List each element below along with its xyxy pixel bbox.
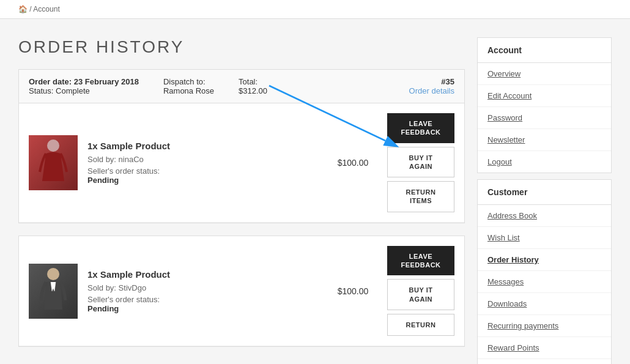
product-status-label-1: Seller's order status: bbox=[87, 166, 319, 176]
product-status-value-2: Pending bbox=[87, 304, 319, 313]
product-name-2: 1x Sample Product bbox=[87, 269, 319, 280]
order-card-1: Order date: 23 February 2018 Status: Com… bbox=[18, 69, 465, 223]
breadcrumb: 🏠 / Account bbox=[0, 0, 630, 19]
breadcrumb-current: Account bbox=[33, 5, 59, 13]
product-seller-2: Sold by: StivDgo bbox=[87, 283, 319, 292]
product-price-1: $100.00 bbox=[328, 158, 377, 168]
product-image-svg-2 bbox=[35, 267, 72, 316]
product-image-2 bbox=[29, 264, 78, 319]
product-status-label-2: Seller's order status: bbox=[87, 295, 319, 304]
sidebar: Account Overview Edit Account Password N… bbox=[477, 37, 612, 364]
sidebar-item-recurring-payments[interactable]: Recurring payments bbox=[478, 315, 611, 337]
return-items-button-1[interactable]: RETURNITEMS bbox=[387, 181, 454, 212]
product-image-svg-1 bbox=[35, 138, 72, 187]
sidebar-item-edit-account[interactable]: Edit Account bbox=[478, 85, 611, 107]
order-header-1: Order date: 23 February 2018 Status: Com… bbox=[19, 70, 464, 103]
page-title: ORDER HISTORY bbox=[18, 37, 465, 57]
action-buttons-1: LEAVEFEEDBACK BUY ITAGAIN RETURNITEMS bbox=[387, 113, 454, 212]
sidebar-customer-title: Customer bbox=[478, 180, 611, 205]
leave-feedback-button-1[interactable]: LEAVEFEEDBACK bbox=[387, 113, 454, 143]
buy-again-button-2[interactable]: BUY ITAGAIN bbox=[387, 279, 454, 310]
order-date-field: Order date: 23 February 2018 Status: Com… bbox=[29, 77, 139, 95]
main-container: ORDER HISTORY Order date: 23 February 20… bbox=[0, 19, 630, 364]
product-image-1 bbox=[29, 135, 78, 190]
product-status-value-1: Pending bbox=[87, 176, 319, 185]
sidebar-item-newsletter[interactable]: Newsletter bbox=[478, 129, 611, 151]
total-field: Total: $312.00 bbox=[239, 77, 267, 95]
home-icon[interactable]: 🏠 bbox=[18, 5, 28, 13]
sidebar-account-title: Account bbox=[478, 38, 611, 63]
sidebar-item-reward-points[interactable]: Reward Points bbox=[478, 337, 611, 359]
sidebar-item-wish-list[interactable]: Wish List bbox=[478, 227, 611, 249]
dispatch-field: Dispatch to: Ramona Rose bbox=[163, 77, 214, 95]
sidebar-item-returns[interactable]: Returns bbox=[478, 359, 611, 364]
breadcrumb-separator: / bbox=[29, 5, 31, 13]
svg-point-1 bbox=[47, 268, 59, 280]
leave-feedback-button-2[interactable]: LEAVEFEEDBACK bbox=[387, 246, 454, 276]
order-date-label: Order date: 23 February 2018 bbox=[29, 77, 139, 86]
content-area: ORDER HISTORY Order date: 23 February 20… bbox=[18, 37, 465, 364]
order-header-right: #35 Order details bbox=[409, 77, 454, 95]
product-seller-1: Sold by: ninaCo bbox=[87, 155, 319, 164]
sidebar-item-order-history[interactable]: Order History bbox=[478, 249, 611, 271]
product-price-2: $100.00 bbox=[328, 286, 377, 296]
svg-point-0 bbox=[47, 139, 59, 152]
sidebar-item-address-book[interactable]: Address Book bbox=[478, 205, 611, 227]
order-item-2: 1x Sample Product Sold by: StivDgo Selle… bbox=[19, 236, 464, 346]
product-name-1: 1x Sample Product bbox=[87, 141, 319, 151]
buy-again-button-1[interactable]: BUY ITAGAIN bbox=[387, 147, 454, 178]
return-items-button-2[interactable]: RETURN bbox=[387, 314, 454, 336]
action-buttons-2: LEAVEFEEDBACK BUY ITAGAIN RETURN bbox=[387, 246, 454, 336]
order-number: #35 bbox=[409, 77, 454, 86]
sidebar-item-downloads[interactable]: Downloads bbox=[478, 293, 611, 315]
order-status: Status: Complete bbox=[29, 86, 90, 95]
product-details-1: 1x Sample Product Sold by: ninaCo Seller… bbox=[87, 141, 319, 185]
order-card-2: 1x Sample Product Sold by: StivDgo Selle… bbox=[18, 236, 465, 347]
order-item-1: 1x Sample Product Sold by: ninaCo Seller… bbox=[19, 103, 464, 223]
order-details-link[interactable]: Order details bbox=[409, 86, 454, 95]
sidebar-customer-section: Customer Address Book Wish List Order Hi… bbox=[477, 179, 612, 364]
sidebar-account-section: Account Overview Edit Account Password N… bbox=[477, 37, 612, 173]
sidebar-item-logout[interactable]: Logout bbox=[478, 151, 611, 173]
sidebar-item-overview[interactable]: Overview bbox=[478, 63, 611, 85]
sidebar-item-password[interactable]: Password bbox=[478, 107, 611, 129]
product-details-2: 1x Sample Product Sold by: StivDgo Selle… bbox=[87, 269, 319, 313]
sidebar-item-messages[interactable]: Messages bbox=[478, 271, 611, 293]
